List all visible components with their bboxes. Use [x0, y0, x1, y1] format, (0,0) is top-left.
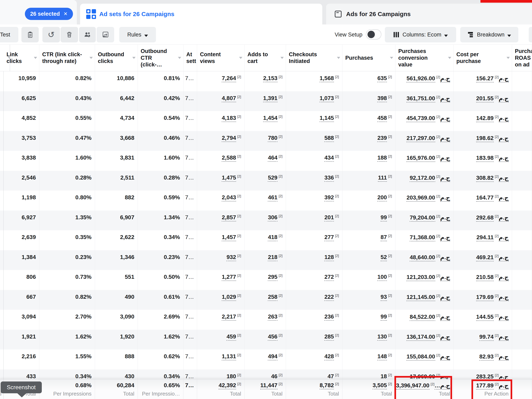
- total-value-link[interactable]: 177.89ج.م: [476, 382, 509, 390]
- column-header-link_clicks[interactable]: Link clicks: [4, 45, 39, 71]
- cost_per_purchase-value-link[interactable]: 164.77ج.م: [476, 194, 509, 202]
- cost_per_purchase-value-link[interactable]: 144.55ج.م: [476, 314, 509, 321]
- column-header-purchases[interactable]: Purchases: [342, 45, 395, 71]
- cost_per_purchase-value-link[interactable]: 179.69ج.م: [476, 294, 509, 301]
- rules-button[interactable]: Rules: [119, 27, 156, 42]
- column-header-ctr[interactable]: CTR (link click- through rate): [39, 45, 95, 71]
- adds_to_cart-value-link[interactable]: 494: [268, 353, 277, 361]
- total-value-link[interactable]: 3,396,947.00ج.م…: [396, 382, 450, 390]
- checkouts_initiated-value-link[interactable]: 236: [324, 313, 334, 321]
- checkouts_initiated-value-link[interactable]: 277: [324, 234, 334, 241]
- table-row[interactable]: 2,6390.35%2,6220.34%7…1,457[2]418[2]277[…: [0, 230, 532, 250]
- adds_to_cart-value-link[interactable]: 263: [268, 313, 277, 321]
- table-row[interactable]: 6670.82%4900.61%7…1,029[2]258[2]222[2]93…: [0, 290, 532, 310]
- adds_to_cart-value-link[interactable]: 2,153: [263, 75, 277, 82]
- adds_to_cart-value-link[interactable]: 461: [268, 194, 277, 202]
- purchases-value-link[interactable]: 130: [377, 333, 387, 341]
- sort-caret-icon[interactable]: [34, 57, 37, 59]
- audience-button[interactable]: [79, 27, 96, 42]
- purchases-value-link[interactable]: 93: [380, 294, 387, 301]
- purchases-value-link[interactable]: 99: [380, 313, 387, 321]
- checkouts_initiated-value-link[interactable]: 128: [324, 254, 334, 261]
- checkouts_initiated-value-link[interactable]: 201: [324, 214, 334, 222]
- content_views-value-link[interactable]: 4,183: [222, 115, 236, 122]
- test-button[interactable]: Test: [0, 27, 18, 42]
- checkouts_initiated-value-link[interactable]: 47: [328, 373, 334, 379]
- column-header-adds_to_cart[interactable]: Adds to cart: [245, 45, 286, 71]
- table-row[interactable]: 2,2161.55%8880.62%7…1,131[2]494[2]428[2]…: [0, 349, 532, 369]
- table-row[interactable]: 3,8381.60%3,8311.60%7…2,588[2]464[2]434[…: [0, 151, 532, 171]
- purchases_conversion_value-value-link[interactable]: 203,969.00ج.م: [406, 194, 450, 202]
- sort-caret-icon[interactable]: [89, 57, 93, 59]
- breakdown-button[interactable]: Breakdown: [460, 27, 518, 42]
- column-header-content_views[interactable]: Content views: [197, 45, 245, 71]
- close-icon[interactable]: ✕: [63, 11, 68, 17]
- purchases-value-link[interactable]: 188: [377, 154, 387, 162]
- sort-caret-icon[interactable]: [448, 57, 451, 59]
- columns-button[interactable]: Columns: Ecom: [385, 27, 456, 42]
- adds_to_cart-value-link[interactable]: 1,391: [263, 95, 277, 102]
- tab-adsets[interactable]: Ad sets for 26 Campaigns: [80, 4, 322, 25]
- content_views-value-link[interactable]: 4,807: [222, 95, 236, 102]
- table-row[interactable]: 1,1980.80%8820.59%7…2,043[2]461[2]392[2]…: [0, 190, 532, 210]
- purchases-value-link[interactable]: 635: [377, 75, 387, 82]
- content_views-value-link[interactable]: 932: [227, 254, 236, 261]
- adds_to_cart-value-link[interactable]: 306: [268, 214, 277, 222]
- table-row[interactable]: 3,0942.70%3,0902.69%7…2,217[2]263[2]236[…: [0, 310, 532, 330]
- checkouts_initiated-value-link[interactable]: 434: [324, 154, 334, 162]
- content_views-value-link[interactable]: 1,457: [222, 234, 236, 241]
- content_views-value-link[interactable]: 2,043: [222, 194, 236, 202]
- export-button-partial[interactable]: [529, 27, 532, 42]
- cost_per_purchase-value-link[interactable]: 469.21ج.م: [476, 254, 509, 261]
- undo-button[interactable]: ↺: [42, 27, 60, 42]
- cost_per_purchase-value-link[interactable]: 210.58ج.م: [476, 274, 509, 281]
- cost_per_purchase-value-link[interactable]: 294.11ج.م: [476, 234, 509, 241]
- content_views-value-link[interactable]: 459: [227, 333, 236, 341]
- table-row[interactable]: 6,9271.35%6,9071.34%7…2,857[2]306[2]201[…: [0, 210, 532, 230]
- column-header-outbound_ctr[interactable]: Outbound CTR (click-…: [138, 45, 184, 71]
- purchases_conversion_value-value-link[interactable]: 136,174.00ج.م: [406, 334, 450, 341]
- checkouts_initiated-value-link[interactable]: 1,568: [320, 75, 334, 82]
- table-row[interactable]: 4330.34%4300.34%7…180[2]46[2]47[2]18[2]1…: [0, 369, 532, 379]
- purchases_conversion_value-value-link[interactable]: 155,084.00ج.م: [406, 353, 450, 361]
- adds_to_cart-value-link[interactable]: 529: [268, 174, 277, 182]
- checkouts_initiated-value-link[interactable]: 272: [324, 274, 334, 281]
- content_views-value-link[interactable]: 180: [227, 373, 236, 379]
- cost_per_purchase-value-link[interactable]: 292.68ج.م: [476, 214, 509, 222]
- cost_per_purchase-value-link[interactable]: 99.74ج.م: [479, 334, 509, 341]
- column-header-purchases_conversion_value[interactable]: Purchases conversion value: [395, 45, 454, 71]
- content_views-value-link[interactable]: 1,475: [222, 174, 236, 182]
- sort-caret-icon[interactable]: [239, 57, 242, 59]
- delete-button[interactable]: [61, 27, 78, 42]
- adds_to_cart-value-link[interactable]: 46: [271, 373, 277, 379]
- table-row[interactable]: 2,5460.28%2,5110.28%7…1,475[2]529[2]336[…: [0, 171, 532, 191]
- checkouts_initiated-value-link[interactable]: 336: [324, 174, 334, 182]
- purchases_conversion_value-value-link[interactable]: 361,751.00ج.م: [406, 95, 450, 102]
- table-row[interactable]: 4,8520.55%4,7340.54%7…4,183[2]1,454[2]1,…: [0, 111, 532, 131]
- selected-filter-pill[interactable]: 26 selected ✕: [25, 8, 73, 20]
- adds_to_cart-value-link[interactable]: 295: [268, 274, 277, 281]
- column-header-checkouts_initiated[interactable]: Checkouts Initiated: [286, 45, 342, 71]
- content_views-value-link[interactable]: 1,277: [222, 274, 236, 281]
- checkouts_initiated-value-link[interactable]: 1,145: [320, 115, 334, 122]
- sort-caret-icon[interactable]: [390, 57, 393, 59]
- view-setup-toggle[interactable]: [366, 29, 381, 39]
- purchases-value-link[interactable]: 239: [377, 135, 387, 142]
- total-value-link[interactable]: 8,782: [320, 382, 334, 389]
- ab-test-button[interactable]: [97, 27, 114, 42]
- column-header-cost_per_purchase[interactable]: Cost per purchase: [454, 45, 512, 71]
- content_views-value-link[interactable]: 2,857: [222, 214, 236, 222]
- purchases_conversion_value-value-link[interactable]: 84,522.00ج.م: [410, 314, 450, 321]
- adds_to_cart-value-link[interactable]: 780: [268, 135, 277, 142]
- purchases_conversion_value-value-link[interactable]: 48,640.00ج.م: [410, 254, 450, 261]
- cost_per_purchase-value-link[interactable]: 183.98ج.م: [476, 155, 509, 162]
- cost_per_purchase-value-link[interactable]: 82.93ج.م: [479, 353, 509, 361]
- total-value-link[interactable]: 3,505: [373, 382, 387, 389]
- sort-caret-icon[interactable]: [280, 57, 284, 59]
- adds_to_cart-value-link[interactable]: 258: [268, 294, 277, 301]
- cost_per_purchase-value-link[interactable]: 308.82ج.م: [476, 175, 509, 182]
- adds_to_cart-value-link[interactable]: 218: [268, 254, 277, 261]
- purchases_conversion_value-value-link[interactable]: 17,969.00ج.م: [410, 373, 450, 379]
- column-header-outbound_clicks[interactable]: Outbound clicks: [95, 45, 138, 71]
- total-value-link[interactable]: 42,392: [219, 382, 236, 389]
